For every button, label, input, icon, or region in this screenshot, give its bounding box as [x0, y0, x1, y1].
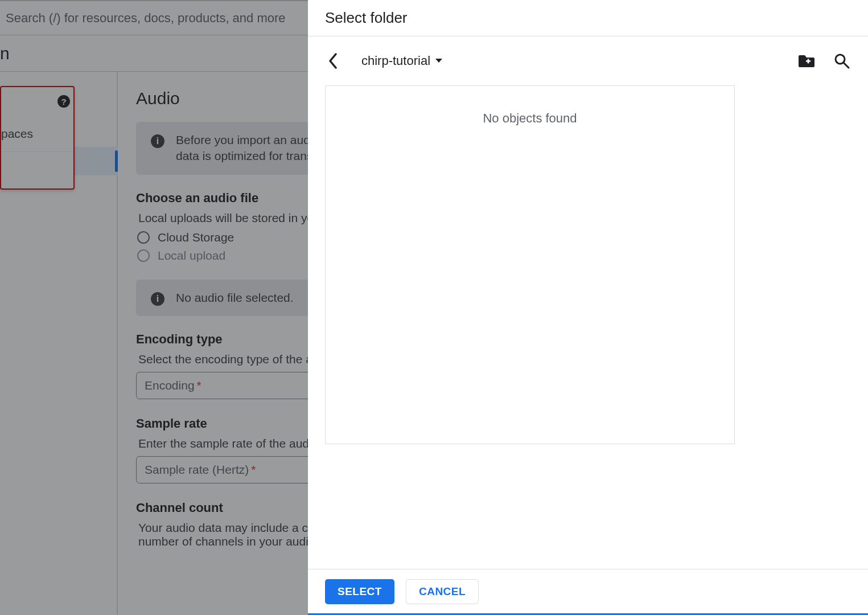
- modal-title: Select folder: [308, 0, 868, 36]
- folder-plus-icon: [798, 54, 815, 68]
- svg-line-3: [844, 63, 849, 68]
- modal-body: No objects found: [308, 85, 868, 569]
- modal-footer: SELECT CANCEL: [308, 569, 868, 613]
- breadcrumb-label: chirp-tutorial: [361, 54, 430, 68]
- select-button[interactable]: SELECT: [325, 579, 394, 604]
- cancel-button[interactable]: CANCEL: [406, 579, 479, 604]
- empty-state-text: No objects found: [483, 111, 577, 126]
- modal-title-text: Select folder: [325, 9, 408, 27]
- modal-toolbar: chirp-tutorial: [308, 36, 868, 85]
- search-icon: [833, 52, 850, 69]
- search-button[interactable]: [829, 48, 854, 73]
- chevron-left-icon: [328, 53, 338, 69]
- caret-down-icon: [435, 58, 443, 64]
- new-folder-button[interactable]: [794, 48, 819, 73]
- back-button[interactable]: [320, 48, 345, 73]
- folder-list: No objects found: [325, 85, 735, 444]
- select-folder-panel: Select folder chirp-tutorial No objects …: [308, 0, 868, 615]
- svg-rect-1: [808, 59, 809, 63]
- breadcrumb-current[interactable]: chirp-tutorial: [361, 54, 443, 68]
